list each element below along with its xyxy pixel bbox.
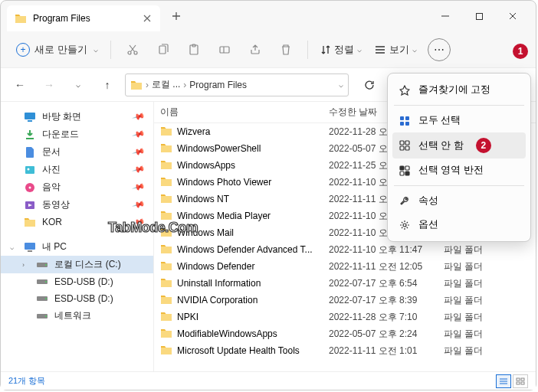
svg-rect-25 [517,378,520,381]
file-row[interactable]: Windows Defender Advanced T...2022-11-10… [154,241,536,258]
svg-rect-33 [400,141,404,145]
options[interactable]: 옵션 [392,213,526,237]
svg-rect-8 [25,113,35,119]
close-icon[interactable] [142,13,153,24]
forward-button[interactable]: → [38,74,61,96]
breadcrumb[interactable]: 로컬 ... [152,78,180,91]
drive-icon [36,310,48,322]
select-none[interactable]: 선택 안 함 2 [392,132,526,158]
sidebar-item-drive[interactable]: ESD-USB (D:) [1,273,153,290]
folder-icon [160,260,172,273]
svg-point-22 [45,298,47,299]
copy-button[interactable] [149,36,177,64]
sidebar-item[interactable]: 사진📌 [1,161,153,178]
sidebar-item[interactable]: KOR📌 [1,214,153,230]
rename-button[interactable] [211,36,238,64]
invert-selection[interactable]: 선택 영역 반전 [392,158,526,182]
svg-rect-9 [28,120,32,122]
svg-rect-6 [220,47,229,53]
tab[interactable]: Program Files [7,5,160,31]
sidebar-item-drive[interactable]: ESD-USB (D:) [1,290,153,307]
sidebar-item-pc[interactable]: ⌵내 PC [1,238,153,256]
titlebar: Program Files [1,1,536,31]
pin-icon: 📌 [132,162,146,176]
svg-rect-30 [405,116,409,120]
drive-icon [36,292,48,305]
svg-point-2 [134,51,137,54]
cut-button[interactable] [119,36,146,64]
file-row[interactable]: NVIDIA Corporation2022-07-17 오후 8:39파일 폴… [154,292,536,309]
sidebar: 바탕 화면📌다운로드📌문서📌사진📌음악📌동영상📌KOR📌⌵내 PC›로컬 디스크… [1,102,154,371]
chevron-down-icon[interactable]: ⌵ [67,74,90,96]
sidebar-item[interactable]: 동영상📌 [1,196,153,214]
more-button[interactable]: ⋯ [428,38,451,61]
context-menu: 즐겨찾기에 고정 모두 선택 선택 안 함 2 선택 영역 반전 속성 옵션 [387,73,531,242]
pin-to-favorites[interactable]: 즐겨찾기에 고정 [392,78,526,102]
svg-rect-29 [400,116,404,120]
sidebar-item[interactable]: 음악📌 [1,178,153,196]
pin-icon: 📌 [132,145,146,158]
file-row[interactable]: Windows Defender2022-11-11 오전 12:05파일 폴더 [154,258,536,275]
folder-icon [160,159,172,172]
svg-rect-31 [400,122,404,126]
delete-button[interactable] [272,36,300,64]
breadcrumb[interactable]: Program Files [189,80,247,90]
file-row[interactable]: NPKI2022-11-28 오후 7:10파일 폴더 [154,309,536,325]
pictures-icon [24,164,36,176]
maximize-button[interactable] [462,4,496,28]
chevron-down-icon[interactable]: ⌵ [339,80,343,89]
sidebar-item[interactable]: 다운로드📌 [1,126,153,143]
new-tab-button[interactable] [165,5,188,28]
address-bar[interactable]: › 로컬 ... › Program Files ⌵ [125,74,349,96]
annotation-badge-2: 2 [476,138,491,153]
svg-point-20 [45,281,47,283]
share-button[interactable] [241,36,269,64]
sort-button[interactable]: 정렬 ⌵ [316,40,366,60]
gear-icon [399,219,411,231]
column-name[interactable]: 이름 [160,106,329,119]
minimize-button[interactable] [428,4,462,28]
details-view-toggle[interactable] [496,374,511,388]
pin-icon: 📌 [132,109,146,123]
file-row[interactable]: Microsoft Update Health Tools2022-11-11 … [154,342,536,359]
chevron-down-icon: ⌵ [93,45,98,54]
back-button[interactable]: ← [8,74,31,96]
window-controls [428,4,530,28]
sort-icon [320,44,331,55]
svg-rect-28 [521,382,524,384]
properties[interactable]: 속성 [392,189,526,213]
svg-rect-26 [521,378,524,381]
pin-icon: 📌 [132,127,146,141]
view-button[interactable]: 보기 ⌵ [369,40,422,60]
video-icon [24,199,36,211]
svg-rect-0 [476,13,482,19]
sidebar-item[interactable]: 문서📌 [1,143,153,161]
close-button[interactable] [496,4,530,28]
select-all[interactable]: 모두 선택 [392,109,526,132]
folder-icon [160,311,172,324]
select-none-icon [399,139,411,152]
annotation-badge-1: 1 [513,44,528,59]
folder-icon [160,345,172,358]
svg-rect-35 [400,146,404,150]
toolbar: + 새로 만들기 ⌵ 정렬 ⌵ 보기 ⌵ ⋯ [1,31,536,68]
new-button[interactable]: + 새로 만들기 ⌵ [11,40,103,60]
svg-rect-27 [517,382,520,384]
pin-icon: 📌 [132,215,146,229]
folder-icon [160,193,172,206]
up-button[interactable]: ↑ [96,74,119,96]
folder-icon [160,210,172,223]
file-row[interactable]: Uninstall Information2022-07-17 오후 6:54파… [154,275,536,292]
paste-button[interactable] [180,36,208,64]
sidebar-item-drive[interactable]: ›로컬 디스크 (C:) [1,256,153,273]
svg-point-41 [403,224,406,227]
chevron-down-icon: ⌵ [412,45,417,54]
folder-icon [160,126,172,139]
sidebar-item-drive[interactable]: 네트워크 [1,307,153,325]
file-row[interactable]: ModifiableWindowsApps2022-05-07 오후 2:24파… [154,325,536,342]
icons-view-toggle[interactable] [513,374,528,388]
sidebar-item[interactable]: 바탕 화면📌 [1,108,153,126]
refresh-button[interactable] [358,74,381,96]
folder-icon [160,176,172,189]
svg-rect-3 [159,46,166,54]
